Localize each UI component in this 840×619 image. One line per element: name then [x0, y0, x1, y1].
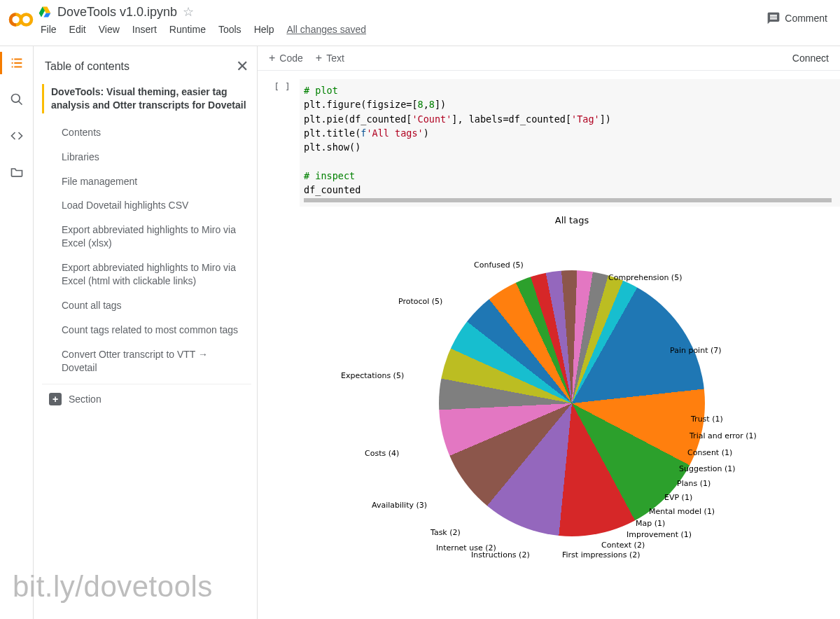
add-code-button[interactable]: +Code: [269, 52, 303, 64]
chart-slice-label: Comprehension (5): [608, 273, 682, 282]
files-icon[interactable]: [8, 164, 25, 181]
drive-icon: [38, 5, 52, 19]
toc-item[interactable]: File management: [62, 169, 251, 194]
plus-icon: +: [269, 52, 275, 64]
watermark-text: bit.ly/dovetools: [13, 570, 213, 604]
colab-logo-icon: [8, 7, 34, 32]
chart-slice-label: Trust (1): [691, 415, 723, 424]
toc-item[interactable]: Load Dovetail highlights CSV: [62, 193, 251, 218]
code-cell[interactable]: [ ] # plot plt.figure(figsize=[8,8]) plt…: [270, 79, 840, 207]
chart-slice-label: Pain point (7): [670, 346, 722, 355]
chart-slice-label: EVP (1): [664, 493, 692, 502]
toc-item[interactable]: Export abbreviated highlights to Miro vi…: [62, 256, 251, 293]
chart-slice-label: First impressions (2): [562, 550, 640, 559]
chart-slice-label: Availability (3): [372, 501, 427, 510]
chart-slice-label: Trial and error (1): [690, 431, 757, 440]
menu-file[interactable]: File: [41, 24, 57, 35]
chart-slice-label: Plans (1): [677, 479, 710, 488]
toc-item[interactable]: Libraries: [62, 145, 251, 169]
code-editor[interactable]: # plot plt.figure(figsize=[8,8]) plt.pie…: [300, 79, 840, 207]
svg-point-3: [11, 95, 20, 103]
toc-item[interactable]: Contents: [62, 120, 251, 145]
menu-help[interactable]: Help: [254, 24, 274, 35]
left-rail: [0, 46, 34, 619]
menu-view[interactable]: View: [99, 24, 120, 35]
menu-tools[interactable]: Tools: [218, 24, 241, 35]
chart-slice-label: Instructions (2): [471, 550, 530, 559]
close-icon[interactable]: ✕: [236, 57, 248, 76]
menu-edit[interactable]: Edit: [69, 24, 86, 35]
chart-slice-label: Context (2): [601, 541, 645, 550]
toc-heading-main[interactable]: DoveTools: Visual theming, easier tag an…: [42, 84, 251, 113]
chart-slice-label: Confused (5): [474, 260, 524, 270]
comment-label: Comment: [785, 13, 827, 24]
cell-output: All tags Pain point (7)Comprehension (5)…: [270, 207, 840, 581]
chart-slice-label: Map (1): [636, 519, 665, 528]
chart-title: All tags: [304, 215, 840, 225]
menu-insert[interactable]: Insert: [132, 24, 157, 35]
menu-bar: File Edit View Insert Runtime Tools Help…: [38, 20, 766, 41]
notebook-area: [ ] # plot plt.figure(figsize=[8,8]) plt…: [258, 71, 840, 619]
star-icon[interactable]: ☆: [183, 4, 194, 20]
search-icon[interactable]: [8, 91, 25, 108]
chart-slice-label: Protocol (5): [398, 297, 442, 306]
code-snippets-icon[interactable]: [8, 127, 25, 144]
chart-slice-label: Improvement (1): [626, 530, 692, 539]
chart-slice-label: Costs (4): [365, 449, 399, 458]
section-label: Section: [69, 394, 102, 405]
app-header: DoveTools v1.0.ipynb ☆ File Edit View In…: [0, 0, 840, 46]
toc-item[interactable]: Export abbreviated highlights to Miro vi…: [62, 218, 251, 256]
plus-icon: +: [49, 393, 62, 405]
chart-slice-label: Mental model (1): [649, 507, 715, 516]
save-status: All changes saved: [286, 24, 366, 35]
toc-panel-title: Table of contents: [45, 60, 130, 73]
comment-icon: [766, 11, 780, 25]
menu-runtime[interactable]: Runtime: [169, 24, 206, 35]
pie-chart: Pain point (7)Comprehension (5)Confused …: [355, 231, 789, 567]
chart-slice-label: Expectations (5): [341, 371, 404, 380]
add-text-button[interactable]: +Text: [316, 52, 344, 64]
svg-line-4: [18, 102, 22, 105]
add-section-button[interactable]: + Section: [42, 384, 251, 405]
comment-button[interactable]: Comment: [766, 11, 827, 25]
toc-list: Contents Libraries File management Load …: [42, 120, 251, 380]
document-title[interactable]: DoveTools v1.0.ipynb: [57, 5, 177, 20]
toc-item[interactable]: Convert Otter transcript to VTT → Doveta…: [62, 342, 251, 380]
chart-slice-label: Task (2): [430, 528, 461, 537]
toc-item[interactable]: Count tags related to most common tags: [62, 318, 251, 342]
cell-execution-indicator[interactable]: [ ]: [270, 79, 294, 207]
horizontal-scrollbar[interactable]: [304, 198, 832, 202]
notebook-toolbar: +Code +Text Connect: [258, 46, 840, 71]
toc-icon[interactable]: [8, 55, 25, 71]
chart-slice-label: Consent (1): [687, 448, 732, 457]
toc-item[interactable]: Count all tags: [62, 293, 251, 318]
plus-icon: +: [316, 52, 322, 64]
svg-point-1: [21, 15, 31, 25]
chart-slice-label: Suggestion (1): [679, 464, 736, 473]
connect-button[interactable]: Connect: [792, 53, 829, 64]
toc-panel: Table of contents ✕ DoveTools: Visual th…: [34, 46, 258, 619]
